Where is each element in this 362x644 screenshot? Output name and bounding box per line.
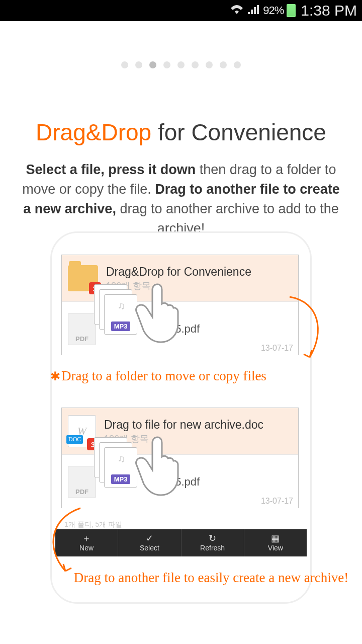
status-time: 1:38 PM <box>301 2 357 19</box>
pdf-icon: PDF <box>68 313 96 345</box>
page-indicator[interactable] <box>0 61 362 68</box>
page-dot[interactable] <box>121 61 128 68</box>
signal-icon <box>247 3 260 19</box>
row-date: 13-07-17 <box>261 497 293 506</box>
toolbar-refresh-button[interactable]: ↻Refresh <box>182 529 244 556</box>
star-icon: ✱ <box>50 370 60 383</box>
row-title: Drag to file for new archive.doc <box>104 418 263 432</box>
pdf-icon: PDF <box>68 466 96 498</box>
list-row-doc: W DOC 3 Drag to file for new archive.doc… <box>62 408 298 454</box>
row-filename: 130615.pdf <box>144 323 200 336</box>
refresh-icon: ↻ <box>209 534 216 543</box>
list-row-folder: 3 Drag&Drop for Convenience 126개 항목 <box>62 255 298 301</box>
file-list-card-doc: W DOC 3 Drag to file for new archive.doc… <box>61 408 299 508</box>
page-dot[interactable] <box>135 61 142 68</box>
doc-label: DOC <box>66 435 83 444</box>
bottom-toolbar: ＋New ✓Select ↻Refresh ▦View <box>55 529 307 556</box>
page-dot[interactable] <box>163 61 170 68</box>
grid-icon: ▦ <box>271 534 280 543</box>
battery-icon <box>287 4 296 17</box>
wifi-icon <box>230 3 244 19</box>
page-title: Drag&Drop for Convenience <box>0 119 362 146</box>
check-icon: ✓ <box>146 534 153 543</box>
annotation-drag-file: Drag to another file to easily create a … <box>70 569 352 587</box>
row-filename: 130615.pdf <box>144 475 200 489</box>
arrow-annotation-icon <box>280 292 330 367</box>
toolbar-view-button[interactable]: ▦View <box>244 529 307 556</box>
page-dot[interactable] <box>220 61 227 68</box>
row-subtitle: 126개 항목 <box>104 433 263 445</box>
count-badge: 3 <box>87 438 99 450</box>
toolbar-select-button[interactable]: ✓Select <box>118 529 181 556</box>
file-list-card-folder: 3 Drag&Drop for Convenience 126개 항목 PDF … <box>61 255 299 355</box>
page-dot[interactable] <box>192 61 199 68</box>
row-subtitle: 126개 항목 <box>106 280 251 292</box>
battery-percentage: 92% <box>263 4 284 17</box>
page-dot[interactable] <box>177 61 185 68</box>
page-dot[interactable] <box>234 61 241 68</box>
page-dot[interactable] <box>206 61 213 68</box>
title-accent: Drag&Drop <box>36 119 151 145</box>
page-dot-active[interactable] <box>149 61 156 68</box>
list-row-pdf: PDF 130615.pdf 13-07-17 <box>62 454 298 509</box>
page-description: Select a file, press it down then drag t… <box>17 160 345 239</box>
title-rest: for Convenience <box>151 119 326 145</box>
count-badge: 3 <box>89 282 101 294</box>
list-row-pdf: PDF 130615.pdf 13-07-17 <box>62 301 298 356</box>
status-bar: 92% 1:38 PM <box>0 0 362 21</box>
row-title: Drag&Drop for Convenience <box>106 265 251 279</box>
arrow-annotation-icon <box>35 503 90 579</box>
annotation-drag-folder: ✱Drag to a folder to move or copy files <box>50 368 362 384</box>
